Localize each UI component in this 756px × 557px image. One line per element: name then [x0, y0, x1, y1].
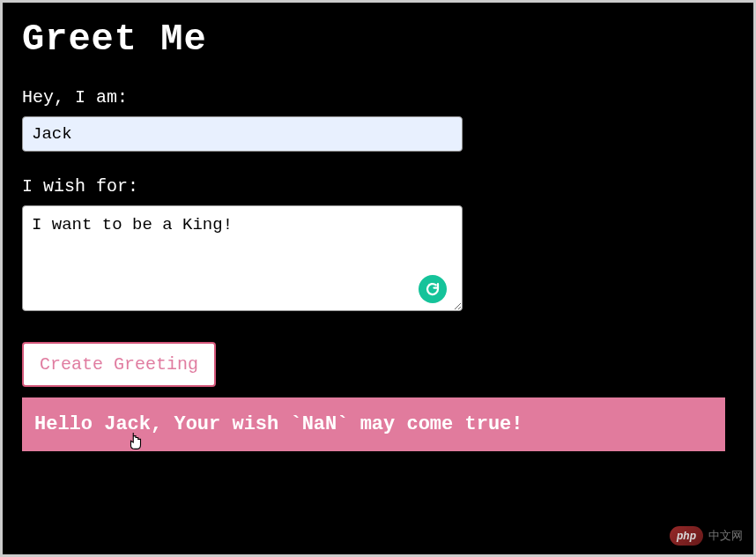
page-title: Greet Me: [22, 19, 734, 61]
wish-wrapper: [22, 205, 463, 316]
create-greeting-button[interactable]: Create Greeting: [22, 342, 216, 387]
name-input[interactable]: [22, 116, 463, 152]
watermark: php 中文网: [670, 526, 743, 546]
wish-label: I wish for:: [22, 176, 734, 197]
grammarly-icon[interactable]: [419, 275, 447, 303]
wish-textarea[interactable]: [22, 205, 463, 311]
output-message: Hello Jack, Your wish `NaN` may come tru…: [22, 397, 725, 451]
name-label: Hey, I am:: [22, 87, 734, 108]
watermark-text: 中文网: [708, 528, 743, 544]
watermark-badge: php: [670, 526, 703, 546]
